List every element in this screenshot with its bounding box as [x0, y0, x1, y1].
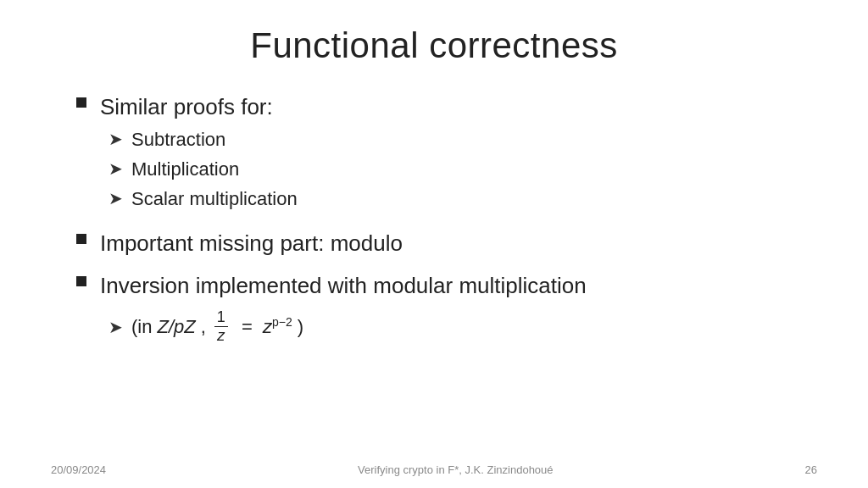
- fraction-denominator: z: [214, 327, 227, 346]
- sub-item-scalar: ➤ Scalar multiplication: [108, 186, 298, 213]
- math-power: zp−2: [263, 315, 292, 338]
- content-area: Similar proofs for: ➤ Subtraction ➤ Mult…: [51, 92, 817, 346]
- sub-item-multiplication: ➤ Multiplication: [108, 157, 298, 183]
- math-fraction: 1 z: [214, 308, 228, 346]
- bullet-text-inversion: Inversion implemented with modular multi…: [100, 273, 587, 298]
- sub-list-proofs: ➤ Subtraction ➤ Multiplication ➤ Scalar …: [108, 127, 298, 212]
- sub-text-multiplication: Multiplication: [131, 157, 239, 183]
- math-exponent: p−2: [272, 315, 292, 329]
- bullet-text-missing-part: Important missing part: modulo: [100, 228, 403, 258]
- bullet-missing-part: Important missing part: modulo: [76, 228, 817, 258]
- bullet-inversion: Inversion implemented with modular multi…: [76, 270, 817, 346]
- math-suffix: ): [298, 316, 303, 338]
- footer-page: 26: [805, 463, 817, 476]
- math-equals: =: [236, 316, 258, 338]
- sub-text-subtraction: Subtraction: [131, 127, 225, 153]
- fraction-numerator: 1: [214, 308, 228, 328]
- arrow-icon-multiplication: ➤: [108, 158, 123, 179]
- bullet-text-similar-proofs: Similar proofs for:: [100, 94, 273, 119]
- slide: Functional correctness Similar proofs fo…: [0, 0, 868, 488]
- bullet-square-3: [76, 276, 86, 286]
- math-arrow-icon: ➤: [108, 317, 123, 337]
- math-expression: (in Z/pZ, 1 z = zp−2 ): [131, 308, 303, 346]
- footer-date: 20/09/2024: [51, 463, 106, 476]
- footer-title: Verifying crypto in F*, J.K. Zinzindohou…: [358, 463, 554, 476]
- sub-text-scalar: Scalar multiplication: [131, 186, 298, 213]
- bullet-square-1: [76, 97, 86, 108]
- math-line: ➤ (in Z/pZ, 1 z = zp−2 ): [108, 308, 587, 346]
- sub-item-subtraction: ➤ Subtraction: [108, 127, 298, 153]
- math-prefix: (in: [131, 316, 152, 338]
- slide-title: Functional correctness: [51, 0, 817, 83]
- bullet-similar-proofs: Similar proofs for: ➤ Subtraction ➤ Mult…: [76, 92, 817, 216]
- math-comma: ,: [201, 316, 206, 338]
- arrow-icon-subtraction: ➤: [108, 129, 123, 149]
- arrow-icon-scalar: ➤: [108, 188, 123, 208]
- math-domain: Z/pZ: [157, 316, 195, 338]
- footer: 20/09/2024 Verifying crypto in F*, J.K. …: [0, 463, 868, 476]
- bullet-square-2: [76, 234, 86, 244]
